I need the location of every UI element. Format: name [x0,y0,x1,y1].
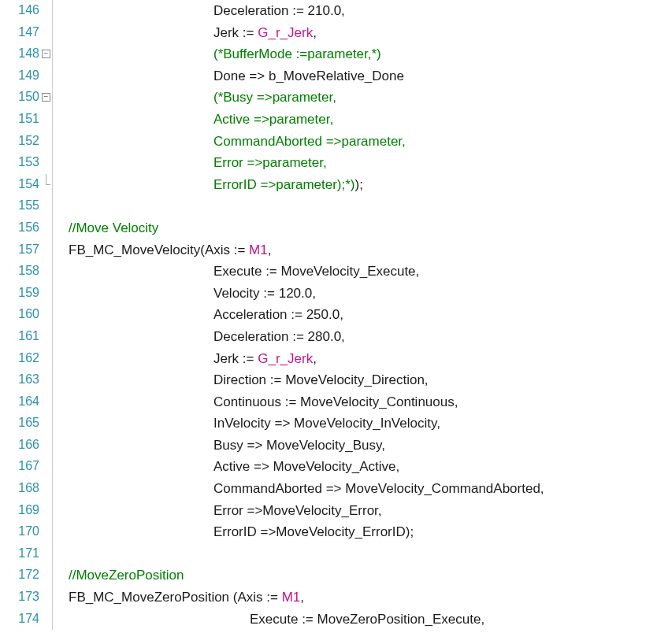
code-line[interactable]: 153Error =>parameter, [0,152,657,174]
code-content[interactable]: Velocity := 120.0, [56,283,316,305]
fold-toggle-icon[interactable]: − [42,93,50,102]
code-content[interactable]: Execute := MoveZeroPosition_Execute, [56,609,484,631]
gutter-divider [52,478,53,500]
code-line[interactable]: 152CommandAborted =>parameter, [0,131,657,153]
code-line[interactable]: 162Jerk := G_r_Jerk, [0,348,657,370]
code-content[interactable]: Error =>MoveVelocity_Error, [56,500,382,522]
code-content[interactable]: (*BufferMode :=parameter,*) [56,43,381,65]
line-number: 149 [0,65,41,86]
line-number: 157 [0,239,41,260]
code-content[interactable]: (*Busy =>parameter, [56,87,336,109]
code-content[interactable]: Busy => MoveVelocity_Busy, [56,435,385,457]
code-content[interactable]: Active =>parameter, [56,109,333,131]
code-content[interactable]: Done => b_MoveRelative_Done [56,65,404,87]
code-content[interactable]: Execute := MoveVelocity_Execute, [56,261,419,283]
code-line[interactable]: 154ErrorID =>parameter);*)); [0,174,657,196]
gutter-divider [52,369,53,391]
code-line[interactable]: 151Active =>parameter, [0,109,657,131]
gutter-divider [52,500,53,522]
line-number: 152 [0,131,41,151]
line-number: 162 [0,348,41,368]
gutter-divider [52,348,53,370]
gutter-divider [52,239,53,261]
code-content[interactable]: //Move Velocity [56,217,158,239]
code-line[interactable]: 150−(*Busy =>parameter, [0,87,657,109]
code-token: Direction := MoveVelocity_Direction, [213,372,429,387]
code-line[interactable]: 146Deceleration := 210.0, [0,0,657,22]
code-token: Active => MoveVelocity_Active, [213,459,399,474]
code-token: Execute := MoveZeroPosition_Execute, [250,612,484,627]
code-line[interactable]: 148−(*BufferMode :=parameter,*) [0,43,657,65]
code-line[interactable]: 163Direction := MoveVelocity_Direction, [0,369,657,391]
gutter-divider [52,413,53,435]
code-line[interactable]: 160Acceleration := 250.0, [0,304,657,326]
code-line[interactable]: 155 [0,195,657,217]
line-number: 156 [0,217,41,238]
line-number: 174 [0,609,41,629]
code-token: Acceleration := 250.0, [213,307,343,322]
gutter-divider [52,391,53,413]
gutter-divider [52,0,53,22]
code-line[interactable]: 169Error =>MoveVelocity_Error, [0,500,657,522]
code-line[interactable]: 156//Move Velocity [0,217,657,239]
line-number: 148 [0,43,41,64]
code-line[interactable]: 166Busy => MoveVelocity_Busy, [0,435,657,457]
code-line[interactable]: 157FB_MC_MoveVelocity(Axis := M1, [0,239,657,261]
code-token: Busy => MoveVelocity_Busy, [213,438,385,453]
code-content[interactable]: Deceleration := 280.0, [56,326,345,348]
code-editor[interactable]: 146Deceleration := 210.0,147Jerk := G_r_… [0,0,657,630]
code-content[interactable]: Direction := MoveVelocity_Direction, [56,369,429,391]
code-line[interactable]: 167Active => MoveVelocity_Active, [0,456,657,478]
line-number: 165 [0,413,41,433]
code-line[interactable]: 174Execute := MoveZeroPosition_Execute, [0,609,657,631]
code-token: , [313,25,317,40]
code-line[interactable]: 161Deceleration := 280.0, [0,326,657,348]
code-line[interactable]: 149Done => b_MoveRelative_Done [0,65,657,87]
code-content[interactable]: Continuous := MoveVelocity_Continuous, [56,391,458,413]
code-token: CommandAborted => MoveVelocity_CommandAb… [213,481,544,496]
code-token: FB_MC_MoveVelocity(Axis := [69,242,249,257]
code-token: //Move Velocity [69,220,158,235]
code-line[interactable]: 147Jerk := G_r_Jerk, [0,22,657,44]
code-token: Continuous := MoveVelocity_Continuous, [213,394,458,409]
line-number: 164 [0,391,41,412]
line-number: 173 [0,587,41,607]
gutter-divider [52,456,53,478]
gutter-divider [52,195,53,217]
line-number: 163 [0,369,41,390]
code-token: ErrorID =>MoveVelocity_ErrorID); [213,524,414,539]
code-content[interactable]: CommandAborted =>parameter, [56,131,406,153]
gutter-divider [52,304,53,326]
code-content[interactable]: FB_MC_MoveVelocity(Axis := M1, [56,239,271,261]
code-line[interactable]: 170ErrorID =>MoveVelocity_ErrorID); [0,521,657,543]
gutter-divider [52,587,53,609]
code-line[interactable]: 171 [0,543,657,565]
gutter-divider [52,131,53,153]
gutter-divider [52,609,53,631]
line-number: 151 [0,109,41,129]
code-line[interactable]: 158Execute := MoveVelocity_Execute, [0,261,657,283]
code-line[interactable]: 168CommandAborted => MoveVelocity_Comman… [0,478,657,500]
code-content[interactable]: Jerk := G_r_Jerk, [56,348,317,370]
code-line[interactable]: 173FB_MC_MoveZeroPosition (Axis := M1, [0,587,657,609]
line-number: 171 [0,543,41,564]
code-token: Velocity := 120.0, [213,286,316,301]
code-content[interactable]: ErrorID =>parameter);*)); [56,174,363,196]
code-line[interactable]: 159Velocity := 120.0, [0,283,657,305]
code-content[interactable]: Error =>parameter, [56,152,327,174]
code-line[interactable]: 164Continuous := MoveVelocity_Continuous… [0,391,657,413]
code-content[interactable]: ErrorID =>MoveVelocity_ErrorID); [56,521,414,543]
line-number: 150 [0,87,41,107]
code-line[interactable]: 165InVelocity => MoveVelocity_InVelocity… [0,413,657,435]
code-content[interactable]: Active => MoveVelocity_Active, [56,456,399,478]
fold-toggle-icon[interactable]: − [42,50,50,58]
line-number: 159 [0,283,41,303]
code-content[interactable]: //MoveZeroPosition [56,564,184,587]
code-content[interactable]: Jerk := G_r_Jerk, [56,22,317,44]
code-line[interactable]: 172//MoveZeroPosition [0,564,657,587]
code-content[interactable]: FB_MC_MoveZeroPosition (Axis := M1, [56,587,304,609]
code-content[interactable]: CommandAborted => MoveVelocity_CommandAb… [56,478,544,500]
code-content[interactable]: Acceleration := 250.0, [56,304,343,326]
code-content[interactable]: InVelocity => MoveVelocity_InVelocity, [56,413,440,435]
code-content[interactable]: Deceleration := 210.0, [56,0,345,22]
